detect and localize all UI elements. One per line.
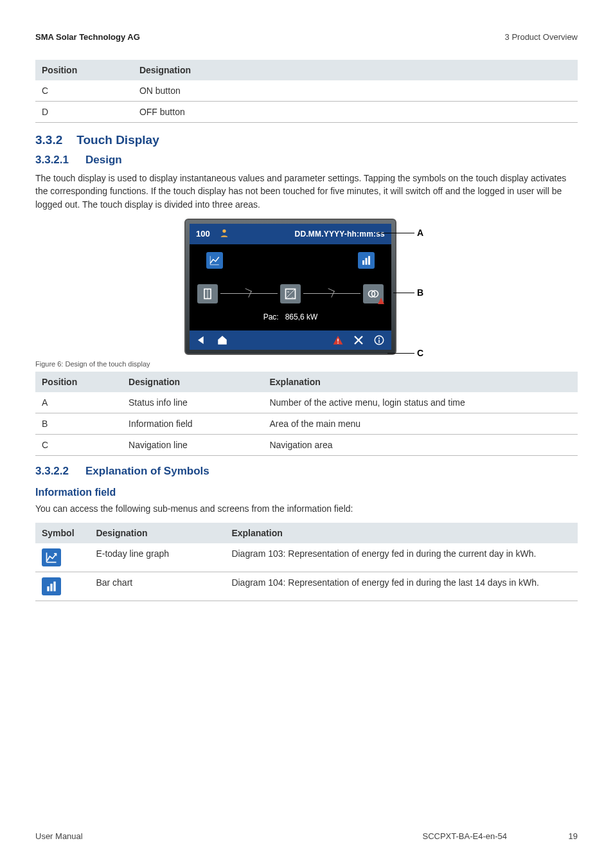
figure-touch-display: 100 DD.MM.YYYY-hh:mm:ss — [35, 219, 578, 355]
svg-rect-3 — [368, 256, 370, 265]
cell-designation: ON button — [133, 80, 578, 102]
heading-3321: 3.3.2.1Design — [35, 154, 578, 167]
footer-center: SCCPXT-BA-E4-en-54 — [423, 831, 508, 841]
table-symbols: Symbol Designation Explanation E-today l… — [35, 523, 578, 601]
cell-designation: OFF button — [133, 102, 578, 123]
cell-explanation: Navigation area — [263, 434, 578, 455]
cell-designation: Bar chart — [89, 572, 225, 601]
paragraph-design: The touch display is used to display ins… — [35, 172, 578, 211]
cell-position: D — [35, 102, 133, 123]
bar-chart-icon[interactable] — [358, 252, 375, 269]
table-row: A Status info line Number of the active … — [35, 392, 578, 413]
back-arrow-icon[interactable] — [196, 335, 208, 345]
th-explanation: Explanation — [263, 372, 578, 392]
table-row: Bar chart Diagram 104: Representation of… — [35, 572, 578, 601]
paragraph-info: You can access the following sub-menus a… — [35, 502, 578, 515]
svg-rect-16 — [337, 343, 339, 344]
cell-position: B — [35, 413, 122, 434]
svg-marker-12 — [378, 298, 384, 304]
wire-icon — [220, 291, 278, 297]
th-designation: Designation — [133, 60, 578, 80]
svg-rect-24 — [53, 582, 55, 592]
cell-designation: E-today line graph — [89, 543, 225, 572]
svg-marker-13 — [198, 336, 204, 344]
information-field-icons — [190, 244, 391, 271]
device-screen: 100 DD.MM.YYYY-hh:mm:ss — [190, 224, 391, 350]
table-row: D OFF button — [35, 102, 578, 123]
warning-icon[interactable] — [332, 334, 344, 346]
svg-rect-23 — [50, 584, 52, 592]
th-position: Position — [35, 60, 133, 80]
callout-line — [387, 353, 414, 354]
table-row: B Information field Area of the main men… — [35, 413, 578, 434]
heading-title: Design — [85, 154, 122, 166]
heading-info-field: Information field — [35, 487, 578, 498]
datetime-label: DD.MM.YYYY-hh:mm:ss — [295, 230, 385, 239]
line-graph-icon[interactable] — [206, 252, 223, 269]
heading-number: 3.3.2.1 — [35, 154, 69, 167]
table-row: C ON button — [35, 80, 578, 102]
heading-title: Touch Display — [76, 133, 159, 147]
cell-explanation: Diagram 103: Representation of energy fe… — [225, 543, 578, 572]
device-frame: 100 DD.MM.YYYY-hh:mm:ss — [184, 219, 396, 355]
cell-position: C — [35, 80, 133, 102]
cell-symbol — [35, 572, 89, 601]
cell-position: C — [35, 434, 122, 455]
cell-symbol — [35, 543, 89, 572]
flow-diagram: =~ — [190, 271, 391, 309]
heading-332: 3.3.2Touch Display — [35, 133, 578, 147]
menu-number: 100 — [196, 229, 210, 239]
navigation-line — [190, 330, 391, 350]
callout-line — [377, 233, 414, 233]
cell-explanation: Number of the active menu, login status … — [263, 392, 578, 413]
th-designation: Designation — [89, 523, 225, 543]
page-footer: User Manual SCCPXT-BA-E4-en-54 19 — [35, 831, 578, 841]
th-designation: Designation — [122, 372, 263, 392]
footer-page-number: 19 — [569, 831, 578, 841]
callout-c: C — [417, 348, 423, 358]
cell-designation: Information field — [122, 413, 263, 434]
footer-left: User Manual — [35, 831, 83, 841]
svg-text:~: ~ — [292, 295, 294, 299]
svg-point-0 — [222, 230, 226, 233]
cell-explanation: Area of the main menu — [263, 413, 578, 434]
cell-explanation: Diagram 104: Representation of energy fe… — [225, 572, 578, 601]
svg-text:=: = — [287, 290, 289, 294]
figure-caption: Figure 6: Design of the touch display — [35, 360, 578, 368]
cell-designation: Navigation line — [122, 434, 263, 455]
line-graph-icon — [42, 548, 61, 566]
table-row: C Navigation line Navigation area — [35, 434, 578, 455]
heading-number: 3.3.2 — [35, 133, 62, 147]
info-icon[interactable] — [373, 334, 385, 346]
pac-value: 865,6 kW — [285, 312, 318, 321]
cell-designation: Status info line — [122, 392, 263, 413]
svg-rect-1 — [362, 260, 364, 265]
user-icon — [219, 228, 229, 240]
cell-position: A — [35, 392, 122, 413]
header-section: 3 Product Overview — [505, 32, 578, 42]
table-row: E-today line graph Diagram 103: Represen… — [35, 543, 578, 572]
status-info-line[interactable]: 100 DD.MM.YYYY-hh:mm:ss — [190, 224, 391, 244]
svg-rect-2 — [366, 258, 368, 265]
bar-chart-icon — [42, 577, 61, 595]
svg-rect-21 — [378, 339, 380, 343]
home-icon[interactable] — [217, 334, 228, 346]
th-symbol: Symbol — [35, 523, 89, 543]
page-header: SMA Solar Technology AG 3 Product Overvi… — [35, 32, 578, 42]
dc-source-icon[interactable] — [197, 284, 218, 303]
table-areas: Position Designation Explanation A Statu… — [35, 372, 578, 456]
svg-rect-22 — [47, 586, 49, 592]
heading-number: 3.3.2.2 — [35, 465, 69, 478]
callout-a: A — [417, 228, 423, 238]
svg-point-20 — [378, 338, 380, 339]
pac-label: Pac: — [263, 312, 279, 321]
callout-b: B — [417, 287, 423, 298]
pac-readout: Pac: 865,6 kW — [190, 309, 391, 330]
callout-line — [393, 293, 414, 293]
inverter-icon[interactable]: =~ — [280, 284, 301, 303]
th-position: Position — [35, 372, 122, 392]
grid-icon[interactable] — [363, 284, 384, 303]
tools-icon[interactable] — [353, 334, 364, 346]
wire-icon — [303, 291, 360, 297]
heading-3322: 3.3.2.2Explanation of Symbols — [35, 465, 578, 478]
